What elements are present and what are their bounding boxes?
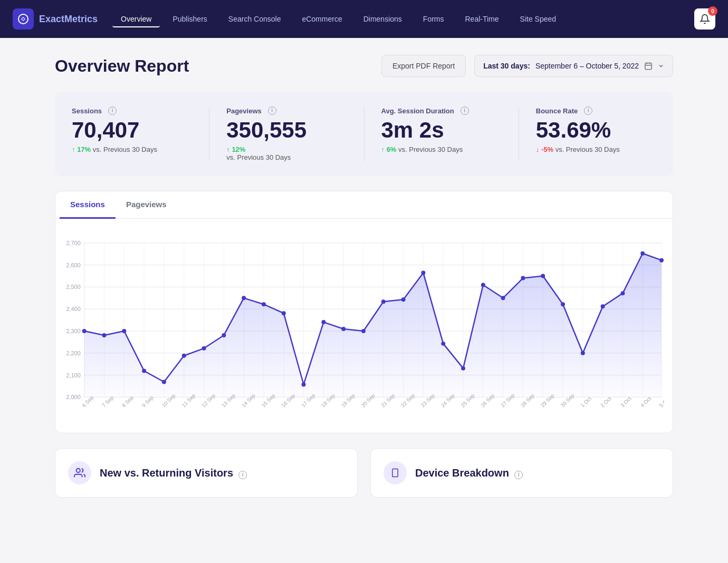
device-breakdown-title: Device Breakdown i [415, 467, 523, 479]
avg-session-change-value: ↑ 6% [381, 145, 397, 153]
bounce-rate-change-value: ↓ -5% [536, 145, 553, 153]
svg-point-60 [242, 296, 246, 300]
metric-bounce-rate: Bounce Rate i 53.69% ↓ -5% vs. Previous … [519, 106, 673, 161]
svg-text:2,000: 2,000 [66, 394, 80, 400]
svg-point-80 [640, 251, 645, 256]
svg-point-52 [82, 329, 87, 333]
svg-point-74 [521, 276, 525, 280]
new-vs-returning-info[interactable]: i [238, 471, 247, 479]
svg-point-71 [461, 366, 465, 371]
svg-point-61 [262, 302, 266, 306]
metric-pageviews-value: 350,555 [226, 119, 347, 141]
svg-point-112 [76, 469, 80, 472]
metric-sessions-change: ↑ 17% vs. Previous 30 Days [72, 145, 192, 153]
svg-point-1 [22, 18, 24, 20]
nav-item-publishers[interactable]: Publishers [164, 11, 215, 27]
svg-point-75 [541, 274, 545, 278]
svg-point-78 [601, 304, 605, 308]
date-range-value: September 6 – October 5, 2022 [535, 62, 639, 70]
svg-point-55 [142, 369, 146, 373]
date-range-button[interactable]: Last 30 days: September 6 – October 5, 2… [474, 55, 673, 77]
notification-bell[interactable]: 0 [694, 8, 715, 30]
svg-point-81 [659, 258, 664, 263]
nav-item-dimensions[interactable]: Dimensions [355, 11, 410, 27]
main-content: Overview Report Export PDF Report Last 3… [42, 38, 686, 515]
svg-point-56 [162, 380, 166, 384]
metric-sessions-value: 70,407 [72, 119, 192, 141]
metric-avg-session-change: ↑ 6% vs. Previous 30 Days [381, 145, 502, 153]
svg-text:2,600: 2,600 [66, 262, 80, 268]
chart-tabs: Sessions Pageviews [55, 191, 673, 219]
svg-point-70 [441, 342, 445, 346]
bounce-rate-change-text: vs. Previous 30 Days [555, 145, 620, 153]
logo[interactable]: ExactMetrics [13, 8, 98, 30]
svg-point-64 [321, 320, 325, 324]
sessions-change-text: vs. Previous 30 Days [93, 145, 157, 153]
svg-point-69 [421, 271, 425, 275]
metric-bounce-rate-label: Bounce Rate i [536, 106, 656, 115]
nav-item-ecommerce[interactable]: eCommerce [293, 11, 350, 27]
device-breakdown-info[interactable]: i [514, 471, 523, 479]
metric-sessions: Sessions i 70,407 ↑ 17% vs. Previous 30 … [55, 106, 209, 161]
svg-point-53 [102, 333, 107, 337]
nav-item-forms[interactable]: Forms [415, 11, 453, 27]
svg-text:2,300: 2,300 [66, 328, 80, 334]
metrics-card: Sessions i 70,407 ↑ 17% vs. Previous 30 … [55, 92, 673, 176]
svg-point-57 [182, 354, 186, 358]
nav-item-real-time[interactable]: Real-Time [457, 11, 507, 27]
pageviews-info-icon[interactable]: i [268, 106, 276, 115]
new-vs-returning-card: New vs. Returning Visitors i [55, 448, 358, 498]
metric-avg-session-label: Avg. Session Duration i [381, 106, 502, 115]
svg-point-67 [381, 299, 386, 304]
svg-point-63 [302, 382, 306, 386]
nav-item-site-speed[interactable]: Site Speed [512, 11, 565, 27]
notification-badge: 0 [708, 6, 717, 16]
metric-sessions-label: Sessions i [72, 106, 192, 115]
svg-text:2,400: 2,400 [66, 306, 80, 312]
metric-bounce-rate-change: ↓ -5% vs. Previous 30 Days [536, 145, 656, 153]
device-breakdown-icon [384, 461, 407, 484]
tab-pageviews[interactable]: Pageviews [116, 191, 177, 219]
svg-point-76 [561, 302, 565, 306]
metric-avg-session: Avg. Session Duration i 3m 2s ↑ 6% vs. P… [365, 106, 519, 161]
svg-text:2,700: 2,700 [66, 240, 80, 246]
navbar: ExactMetrics Overview Publishers Search … [0, 0, 728, 38]
sessions-info-icon[interactable]: i [108, 106, 117, 115]
metric-bounce-rate-value: 53.69% [536, 119, 656, 141]
svg-point-77 [581, 351, 585, 355]
svg-text:2,500: 2,500 [66, 284, 80, 290]
avg-session-change-text: vs. Previous 30 Days [398, 145, 463, 153]
page-title: Overview Report [55, 56, 373, 76]
svg-point-62 [282, 311, 286, 315]
bounce-rate-info-icon[interactable]: i [584, 106, 592, 115]
svg-text:2,100: 2,100 [66, 372, 80, 378]
metric-pageviews-label: Pageviews i [226, 106, 347, 115]
device-breakdown-card: Device Breakdown i [370, 448, 673, 498]
svg-point-68 [401, 297, 406, 302]
chart-area: 2,700 2,600 2,500 2,400 2,300 2,200 2,10… [55, 219, 673, 433]
nav-item-overview[interactable]: Overview [112, 11, 160, 27]
nav-item-search-console[interactable]: Search Console [220, 11, 290, 27]
new-vs-returning-icon [68, 461, 91, 484]
svg-point-66 [361, 329, 366, 333]
avg-session-info-icon[interactable]: i [461, 106, 469, 115]
metric-pageviews: Pageviews i 350,555 ↑ 12% vs. Previous 3… [209, 106, 364, 161]
pageviews-change-value: ↑ 12% [226, 145, 245, 153]
svg-text:2,200: 2,200 [66, 350, 80, 356]
logo-icon [13, 8, 34, 30]
svg-point-73 [501, 296, 505, 300]
svg-point-59 [222, 333, 226, 337]
date-range-label: Last 30 days: [483, 62, 530, 70]
sessions-change-value: ↑ 17% [72, 145, 91, 153]
export-pdf-button[interactable]: Export PDF Report [381, 55, 466, 77]
pageviews-change-text: vs. Previous 30 Days [226, 153, 291, 161]
svg-point-79 [620, 291, 625, 295]
metric-avg-session-value: 3m 2s [381, 119, 502, 141]
svg-point-54 [122, 329, 126, 333]
tab-sessions[interactable]: Sessions [60, 191, 116, 219]
bottom-row: New vs. Returning Visitors i Device Brea… [55, 448, 673, 498]
svg-point-65 [341, 327, 346, 331]
metric-pageviews-change: ↑ 12% vs. Previous 30 Days [226, 145, 347, 161]
svg-point-72 [481, 283, 485, 287]
chart-card: Sessions Pageviews 2,700 2,600 2,500 2,4… [55, 191, 673, 433]
